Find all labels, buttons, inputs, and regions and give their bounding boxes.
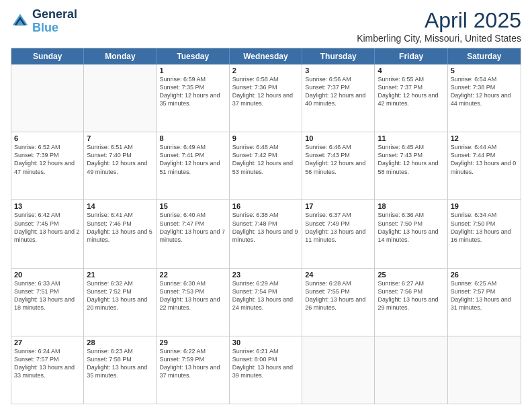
- calendar: SundayMondayTuesdayWednesdayThursdayFrid…: [11, 48, 521, 404]
- calendar-week-5: 27Sunrise: 6:24 AM Sunset: 7:57 PM Dayli…: [11, 336, 521, 404]
- calendar-day-1: 1Sunrise: 6:59 AM Sunset: 7:35 PM Daylig…: [157, 64, 230, 132]
- calendar-day-7: 7Sunrise: 6:51 AM Sunset: 7:40 PM Daylig…: [84, 132, 157, 199]
- day-header-wednesday: Wednesday: [230, 48, 302, 64]
- calendar-day-17: 17Sunrise: 6:37 AM Sunset: 7:49 PM Dayli…: [302, 200, 375, 267]
- calendar-day-19: 19Sunrise: 6:34 AM Sunset: 7:50 PM Dayli…: [448, 200, 521, 267]
- logo-icon: [11, 12, 30, 31]
- day-number: 19: [451, 202, 518, 210]
- calendar-day-11: 11Sunrise: 6:45 AM Sunset: 7:43 PM Dayli…: [375, 132, 447, 199]
- page: General Blue April 2025 Kimberling City,…: [0, 0, 532, 411]
- day-number: 12: [451, 134, 518, 142]
- calendar-week-2: 6Sunrise: 6:52 AM Sunset: 7:39 PM Daylig…: [11, 132, 521, 199]
- day-number: 3: [305, 66, 371, 75]
- calendar-header-row: SundayMondayTuesdayWednesdayThursdayFrid…: [11, 48, 521, 64]
- calendar-day-15: 15Sunrise: 6:40 AM Sunset: 7:47 PM Dayli…: [157, 200, 230, 267]
- logo: General Blue: [11, 8, 77, 35]
- day-number: 30: [232, 338, 299, 347]
- day-info: Sunrise: 6:44 AM Sunset: 7:44 PM Dayligh…: [451, 143, 518, 176]
- calendar-day-13: 13Sunrise: 6:42 AM Sunset: 7:45 PM Dayli…: [11, 200, 84, 267]
- day-info: Sunrise: 6:38 AM Sunset: 7:48 PM Dayligh…: [232, 211, 299, 244]
- calendar-day-29: 29Sunrise: 6:22 AM Sunset: 7:59 PM Dayli…: [157, 336, 230, 404]
- calendar-week-4: 20Sunrise: 6:33 AM Sunset: 7:51 PM Dayli…: [11, 268, 521, 336]
- calendar-day-21: 21Sunrise: 6:32 AM Sunset: 7:52 PM Dayli…: [84, 269, 157, 336]
- day-info: Sunrise: 6:41 AM Sunset: 7:46 PM Dayligh…: [87, 211, 153, 244]
- calendar-day-3: 3Sunrise: 6:56 AM Sunset: 7:37 PM Daylig…: [302, 64, 375, 132]
- calendar-day-empty: [84, 64, 157, 132]
- calendar-day-26: 26Sunrise: 6:25 AM Sunset: 7:57 PM Dayli…: [448, 269, 521, 336]
- day-info: Sunrise: 6:30 AM Sunset: 7:53 PM Dayligh…: [160, 279, 226, 312]
- calendar-day-9: 9Sunrise: 6:48 AM Sunset: 7:42 PM Daylig…: [230, 132, 302, 199]
- day-number: 9: [232, 134, 299, 142]
- day-number: 27: [14, 338, 81, 347]
- day-number: 29: [160, 338, 226, 347]
- day-info: Sunrise: 6:59 AM Sunset: 7:35 PM Dayligh…: [160, 75, 226, 108]
- calendar-day-5: 5Sunrise: 6:54 AM Sunset: 7:38 PM Daylig…: [448, 64, 521, 132]
- day-info: Sunrise: 6:24 AM Sunset: 7:57 PM Dayligh…: [14, 347, 81, 380]
- calendar-week-1: 1Sunrise: 6:59 AM Sunset: 7:35 PM Daylig…: [11, 64, 521, 132]
- day-header-friday: Friday: [375, 48, 447, 64]
- day-number: 22: [160, 271, 226, 279]
- day-number: 26: [451, 271, 518, 279]
- calendar-day-24: 24Sunrise: 6:28 AM Sunset: 7:55 PM Dayli…: [302, 269, 375, 336]
- day-number: 15: [160, 202, 226, 210]
- calendar-day-28: 28Sunrise: 6:23 AM Sunset: 7:58 PM Dayli…: [84, 336, 157, 404]
- day-info: Sunrise: 6:45 AM Sunset: 7:43 PM Dayligh…: [378, 143, 444, 176]
- day-info: Sunrise: 6:55 AM Sunset: 7:37 PM Dayligh…: [378, 75, 444, 108]
- day-info: Sunrise: 6:52 AM Sunset: 7:39 PM Dayligh…: [14, 143, 81, 176]
- day-info: Sunrise: 6:21 AM Sunset: 8:00 PM Dayligh…: [232, 347, 299, 380]
- day-info: Sunrise: 6:48 AM Sunset: 7:42 PM Dayligh…: [232, 143, 299, 176]
- day-number: 6: [14, 134, 81, 142]
- day-header-saturday: Saturday: [448, 48, 521, 64]
- day-number: 21: [87, 271, 153, 279]
- day-number: 28: [87, 338, 153, 347]
- day-info: Sunrise: 6:27 AM Sunset: 7:56 PM Dayligh…: [378, 279, 444, 312]
- day-number: 13: [14, 202, 81, 210]
- day-header-sunday: Sunday: [11, 48, 84, 64]
- day-info: Sunrise: 6:37 AM Sunset: 7:49 PM Dayligh…: [305, 211, 371, 244]
- calendar-day-25: 25Sunrise: 6:27 AM Sunset: 7:56 PM Dayli…: [375, 269, 447, 336]
- day-number: 11: [378, 134, 444, 142]
- day-number: 14: [87, 202, 153, 210]
- day-info: Sunrise: 6:29 AM Sunset: 7:54 PM Dayligh…: [232, 279, 299, 312]
- calendar-week-3: 13Sunrise: 6:42 AM Sunset: 7:45 PM Dayli…: [11, 199, 521, 267]
- calendar-day-empty: [375, 336, 447, 404]
- calendar-body: 1Sunrise: 6:59 AM Sunset: 7:35 PM Daylig…: [11, 64, 521, 404]
- calendar-day-23: 23Sunrise: 6:29 AM Sunset: 7:54 PM Dayli…: [230, 269, 302, 336]
- day-number: 18: [378, 202, 444, 210]
- day-info: Sunrise: 6:40 AM Sunset: 7:47 PM Dayligh…: [160, 211, 226, 244]
- day-info: Sunrise: 6:46 AM Sunset: 7:43 PM Dayligh…: [305, 143, 371, 176]
- day-number: 8: [160, 134, 226, 142]
- calendar-title: April 2025: [357, 8, 521, 33]
- header: General Blue April 2025 Kimberling City,…: [11, 8, 521, 44]
- day-number: 23: [232, 271, 299, 279]
- day-info: Sunrise: 6:33 AM Sunset: 7:51 PM Dayligh…: [14, 279, 81, 312]
- calendar-day-27: 27Sunrise: 6:24 AM Sunset: 7:57 PM Dayli…: [11, 336, 84, 404]
- day-number: 7: [87, 134, 153, 142]
- calendar-day-empty: [11, 64, 84, 132]
- calendar-day-30: 30Sunrise: 6:21 AM Sunset: 8:00 PM Dayli…: [230, 336, 302, 404]
- day-info: Sunrise: 6:28 AM Sunset: 7:55 PM Dayligh…: [305, 279, 371, 312]
- day-info: Sunrise: 6:54 AM Sunset: 7:38 PM Dayligh…: [451, 75, 518, 108]
- calendar-subtitle: Kimberling City, Missouri, United States: [357, 33, 521, 44]
- day-number: 2: [232, 66, 299, 75]
- calendar-day-16: 16Sunrise: 6:38 AM Sunset: 7:48 PM Dayli…: [230, 200, 302, 267]
- day-header-thursday: Thursday: [302, 48, 375, 64]
- day-info: Sunrise: 6:51 AM Sunset: 7:40 PM Dayligh…: [87, 143, 153, 176]
- day-info: Sunrise: 6:58 AM Sunset: 7:36 PM Dayligh…: [232, 75, 299, 108]
- day-info: Sunrise: 6:36 AM Sunset: 7:50 PM Dayligh…: [378, 211, 444, 244]
- title-area: April 2025 Kimberling City, Missouri, Un…: [357, 8, 521, 44]
- day-number: 1: [160, 66, 226, 75]
- day-number: 20: [14, 271, 81, 279]
- calendar-day-empty: [302, 336, 375, 404]
- day-info: Sunrise: 6:32 AM Sunset: 7:52 PM Dayligh…: [87, 279, 153, 312]
- calendar-day-10: 10Sunrise: 6:46 AM Sunset: 7:43 PM Dayli…: [302, 132, 375, 199]
- logo-text: General Blue: [32, 8, 77, 35]
- day-info: Sunrise: 6:49 AM Sunset: 7:41 PM Dayligh…: [160, 143, 226, 176]
- calendar-day-12: 12Sunrise: 6:44 AM Sunset: 7:44 PM Dayli…: [448, 132, 521, 199]
- day-number: 16: [232, 202, 299, 210]
- calendar-day-8: 8Sunrise: 6:49 AM Sunset: 7:41 PM Daylig…: [157, 132, 230, 199]
- day-header-tuesday: Tuesday: [157, 48, 230, 64]
- day-number: 24: [305, 271, 371, 279]
- day-number: 5: [451, 66, 518, 75]
- calendar-day-22: 22Sunrise: 6:30 AM Sunset: 7:53 PM Dayli…: [157, 269, 230, 336]
